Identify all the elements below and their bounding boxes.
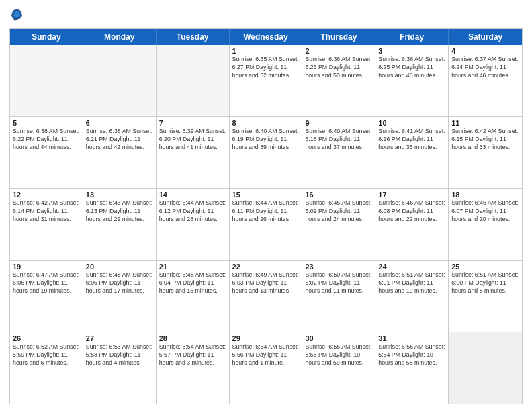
day-number-26: 26 (13, 334, 80, 342)
calendar-day-31: 31Sunrise: 6:56 AM Sunset: 5:54 PM Dayli… (375, 332, 449, 404)
cell-info-24: Sunrise: 6:51 AM Sunset: 6:01 PM Dayligh… (378, 271, 445, 295)
calendar-body: 1Sunrise: 6:35 AM Sunset: 6:27 PM Daylig… (10, 45, 522, 404)
cell-info-23: Sunrise: 6:50 AM Sunset: 6:02 PM Dayligh… (305, 271, 372, 295)
day-number-2: 2 (305, 47, 372, 55)
cell-info-6: Sunrise: 6:38 AM Sunset: 6:21 PM Dayligh… (86, 128, 153, 152)
cell-info-7: Sunrise: 6:39 AM Sunset: 6:20 PM Dayligh… (159, 128, 226, 152)
calendar-row-0: 1Sunrise: 6:35 AM Sunset: 6:27 PM Daylig… (10, 45, 522, 116)
logo-icon (9, 7, 24, 21)
calendar-day-24: 24Sunrise: 6:51 AM Sunset: 6:01 PM Dayli… (375, 261, 449, 332)
cell-info-19: Sunrise: 6:47 AM Sunset: 6:06 PM Dayligh… (13, 271, 80, 295)
calendar-day-25: 25Sunrise: 6:51 AM Sunset: 6:00 PM Dayli… (449, 261, 522, 332)
cell-info-31: Sunrise: 6:56 AM Sunset: 5:54 PM Dayligh… (378, 343, 445, 367)
calendar-day-9: 9Sunrise: 6:40 AM Sunset: 6:18 PM Daylig… (302, 117, 375, 188)
cell-info-26: Sunrise: 6:52 AM Sunset: 5:59 PM Dayligh… (13, 343, 80, 367)
calendar-row-2: 12Sunrise: 6:42 AM Sunset: 6:14 PM Dayli… (10, 188, 522, 260)
calendar-day-21: 21Sunrise: 6:48 AM Sunset: 6:04 PM Dayli… (157, 261, 230, 332)
cell-info-17: Sunrise: 6:46 AM Sunset: 6:08 PM Dayligh… (378, 199, 445, 224)
calendar-header-row: SundayMondayTuesdayWednesdayThursdayFrid… (10, 29, 522, 45)
page: SundayMondayTuesdayWednesdayThursdayFrid… (0, 0, 532, 411)
day-number-11: 11 (451, 119, 519, 127)
day-number-23: 23 (305, 263, 372, 271)
day-number-31: 31 (378, 334, 445, 342)
day-number-30: 30 (305, 334, 372, 342)
calendar-day-26: 26Sunrise: 6:52 AM Sunset: 5:59 PM Dayli… (10, 332, 83, 404)
day-number-20: 20 (86, 263, 153, 271)
cell-info-16: Sunrise: 6:45 AM Sunset: 6:09 PM Dayligh… (305, 199, 372, 224)
cell-info-12: Sunrise: 6:42 AM Sunset: 6:14 PM Dayligh… (13, 199, 80, 224)
cell-info-21: Sunrise: 6:48 AM Sunset: 6:04 PM Dayligh… (159, 271, 226, 295)
calendar-empty-cell (83, 45, 157, 116)
day-number-17: 17 (378, 191, 445, 199)
weekday-header-wednesday: Wednesday (230, 29, 303, 45)
calendar-day-17: 17Sunrise: 6:46 AM Sunset: 6:08 PM Dayli… (375, 189, 449, 260)
day-number-21: 21 (159, 263, 226, 271)
day-number-18: 18 (451, 191, 519, 199)
cell-info-18: Sunrise: 6:46 AM Sunset: 6:07 PM Dayligh… (451, 199, 519, 224)
calendar-day-1: 1Sunrise: 6:35 AM Sunset: 6:27 PM Daylig… (230, 45, 303, 116)
cell-info-9: Sunrise: 6:40 AM Sunset: 6:18 PM Dayligh… (305, 128, 372, 152)
cell-info-3: Sunrise: 6:36 AM Sunset: 6:25 PM Dayligh… (378, 56, 445, 80)
cell-info-10: Sunrise: 6:41 AM Sunset: 6:16 PM Dayligh… (378, 128, 445, 152)
day-number-7: 7 (159, 119, 226, 127)
calendar-day-20: 20Sunrise: 6:48 AM Sunset: 6:05 PM Dayli… (83, 261, 157, 332)
calendar-row-1: 5Sunrise: 6:38 AM Sunset: 6:22 PM Daylig… (10, 116, 522, 188)
calendar-day-22: 22Sunrise: 6:49 AM Sunset: 6:03 PM Dayli… (230, 261, 303, 332)
calendar-day-28: 28Sunrise: 6:54 AM Sunset: 5:57 PM Dayli… (157, 332, 230, 404)
calendar: SundayMondayTuesdayWednesdayThursdayFrid… (9, 28, 523, 404)
day-number-27: 27 (86, 334, 153, 342)
cell-info-8: Sunrise: 6:40 AM Sunset: 6:19 PM Dayligh… (232, 128, 300, 152)
calendar-day-29: 29Sunrise: 6:54 AM Sunset: 5:56 PM Dayli… (230, 332, 303, 404)
day-number-1: 1 (232, 47, 300, 55)
calendar-empty-cell (10, 45, 83, 116)
calendar-day-5: 5Sunrise: 6:38 AM Sunset: 6:22 PM Daylig… (10, 117, 83, 188)
calendar-row-4: 26Sunrise: 6:52 AM Sunset: 5:59 PM Dayli… (10, 332, 522, 404)
weekday-header-thursday: Thursday (302, 29, 375, 45)
cell-info-14: Sunrise: 6:44 AM Sunset: 6:12 PM Dayligh… (159, 199, 226, 224)
day-number-14: 14 (159, 191, 226, 199)
cell-info-11: Sunrise: 6:42 AM Sunset: 6:15 PM Dayligh… (451, 128, 519, 152)
day-number-10: 10 (378, 119, 445, 127)
calendar-day-11: 11Sunrise: 6:42 AM Sunset: 6:15 PM Dayli… (449, 117, 522, 188)
day-number-16: 16 (305, 191, 372, 199)
calendar-day-6: 6Sunrise: 6:38 AM Sunset: 6:21 PM Daylig… (83, 117, 157, 188)
day-number-28: 28 (159, 334, 226, 342)
cell-info-1: Sunrise: 6:35 AM Sunset: 6:27 PM Dayligh… (232, 56, 300, 80)
calendar-day-7: 7Sunrise: 6:39 AM Sunset: 6:20 PM Daylig… (157, 117, 230, 188)
day-number-25: 25 (451, 263, 519, 271)
weekday-header-monday: Monday (83, 29, 157, 45)
calendar-day-12: 12Sunrise: 6:42 AM Sunset: 6:14 PM Dayli… (10, 189, 83, 260)
calendar-day-13: 13Sunrise: 6:43 AM Sunset: 6:13 PM Dayli… (83, 189, 157, 260)
calendar-day-16: 16Sunrise: 6:45 AM Sunset: 6:09 PM Dayli… (302, 189, 375, 260)
calendar-day-15: 15Sunrise: 6:44 AM Sunset: 6:11 PM Dayli… (230, 189, 303, 260)
calendar-day-14: 14Sunrise: 6:44 AM Sunset: 6:12 PM Dayli… (157, 189, 230, 260)
calendar-row-3: 19Sunrise: 6:47 AM Sunset: 6:06 PM Dayli… (10, 260, 522, 332)
calendar-day-18: 18Sunrise: 6:46 AM Sunset: 6:07 PM Dayli… (449, 189, 522, 260)
day-number-12: 12 (13, 191, 80, 199)
cell-info-22: Sunrise: 6:49 AM Sunset: 6:03 PM Dayligh… (232, 271, 300, 295)
day-number-13: 13 (86, 191, 153, 199)
day-number-6: 6 (86, 119, 153, 127)
day-number-8: 8 (232, 119, 300, 127)
cell-info-30: Sunrise: 6:55 AM Sunset: 5:55 PM Dayligh… (305, 343, 372, 367)
calendar-day-8: 8Sunrise: 6:40 AM Sunset: 6:19 PM Daylig… (230, 117, 303, 188)
calendar-day-10: 10Sunrise: 6:41 AM Sunset: 6:16 PM Dayli… (375, 117, 449, 188)
day-number-4: 4 (451, 47, 519, 55)
calendar-day-2: 2Sunrise: 6:36 AM Sunset: 6:26 PM Daylig… (302, 45, 375, 116)
weekday-header-tuesday: Tuesday (157, 29, 230, 45)
cell-info-27: Sunrise: 6:53 AM Sunset: 5:58 PM Dayligh… (86, 343, 153, 367)
weekday-header-sunday: Sunday (10, 29, 83, 45)
cell-info-20: Sunrise: 6:48 AM Sunset: 6:05 PM Dayligh… (86, 271, 153, 295)
header (9, 7, 523, 23)
calendar-empty-cell (157, 45, 230, 116)
day-number-15: 15 (232, 191, 300, 199)
cell-info-13: Sunrise: 6:43 AM Sunset: 6:13 PM Dayligh… (86, 199, 153, 224)
cell-info-15: Sunrise: 6:44 AM Sunset: 6:11 PM Dayligh… (232, 199, 300, 224)
cell-info-5: Sunrise: 6:38 AM Sunset: 6:22 PM Dayligh… (13, 128, 80, 152)
day-number-19: 19 (13, 263, 80, 271)
weekday-header-saturday: Saturday (449, 29, 522, 45)
cell-info-25: Sunrise: 6:51 AM Sunset: 6:00 PM Dayligh… (451, 271, 519, 295)
calendar-day-23: 23Sunrise: 6:50 AM Sunset: 6:02 PM Dayli… (302, 261, 375, 332)
calendar-day-19: 19Sunrise: 6:47 AM Sunset: 6:06 PM Dayli… (10, 261, 83, 332)
day-number-3: 3 (378, 47, 445, 55)
